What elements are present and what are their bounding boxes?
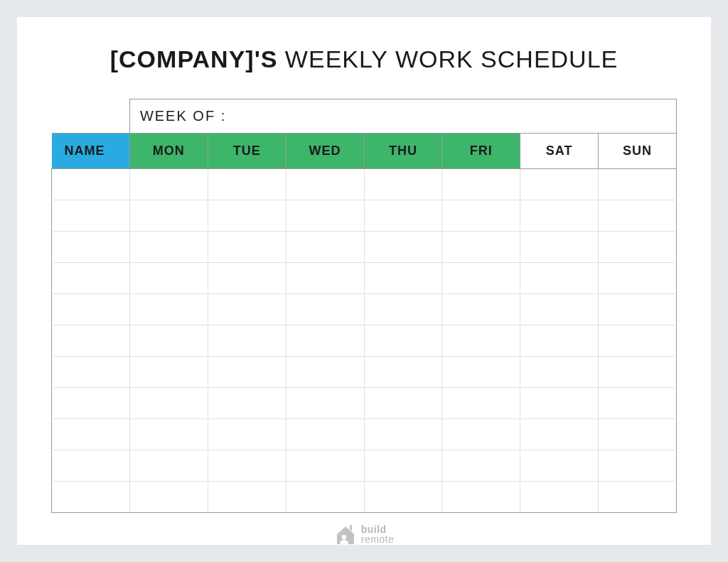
header-row: NAME MON TUE WED THU FRI SAT SUN <box>52 134 677 169</box>
table-row <box>52 200 677 232</box>
table-row <box>52 450 677 482</box>
table-row <box>52 232 677 263</box>
logo-line1: build <box>361 524 395 534</box>
header-thu: THU <box>364 134 442 169</box>
table-row <box>52 482 677 513</box>
schedule-page: [COMPANY]'S WEEKLY WORK SCHEDULE WEEK OF… <box>17 17 711 545</box>
week-of-row: WEEK OF : <box>52 99 677 134</box>
header-sat: SAT <box>520 134 599 169</box>
buildremote-logo-icon <box>334 523 357 546</box>
title-company: [COMPANY]'S <box>110 45 278 72</box>
table-row <box>52 294 677 325</box>
page-title: [COMPANY]'S WEEKLY WORK SCHEDULE <box>51 45 677 73</box>
table-row <box>52 325 677 357</box>
table-row <box>52 169 677 200</box>
header-tue: TUE <box>208 134 286 169</box>
header-name: NAME <box>52 134 130 169</box>
header-wed: WED <box>286 134 364 169</box>
header-fri: FRI <box>442 134 520 169</box>
schedule-body <box>52 169 677 513</box>
svg-point-0 <box>342 535 346 539</box>
table-row <box>52 388 677 419</box>
buildremote-logo-text: build remote <box>361 524 395 544</box>
week-of-label: WEEK OF : <box>129 99 676 134</box>
header-sun: SUN <box>599 134 677 169</box>
logo-line2: remote <box>361 534 395 544</box>
table-row <box>52 263 677 294</box>
table-row <box>52 419 677 450</box>
schedule-table-wrap: WEEK OF : NAME MON TUE WED THU FRI SAT S… <box>51 99 677 513</box>
table-row <box>52 357 677 388</box>
footer: build remote <box>51 523 677 546</box>
spacer-cell <box>52 99 130 134</box>
header-mon: MON <box>129 134 208 169</box>
schedule-table: WEEK OF : NAME MON TUE WED THU FRI SAT S… <box>51 99 677 513</box>
title-rest: WEEKLY WORK SCHEDULE <box>285 45 618 72</box>
